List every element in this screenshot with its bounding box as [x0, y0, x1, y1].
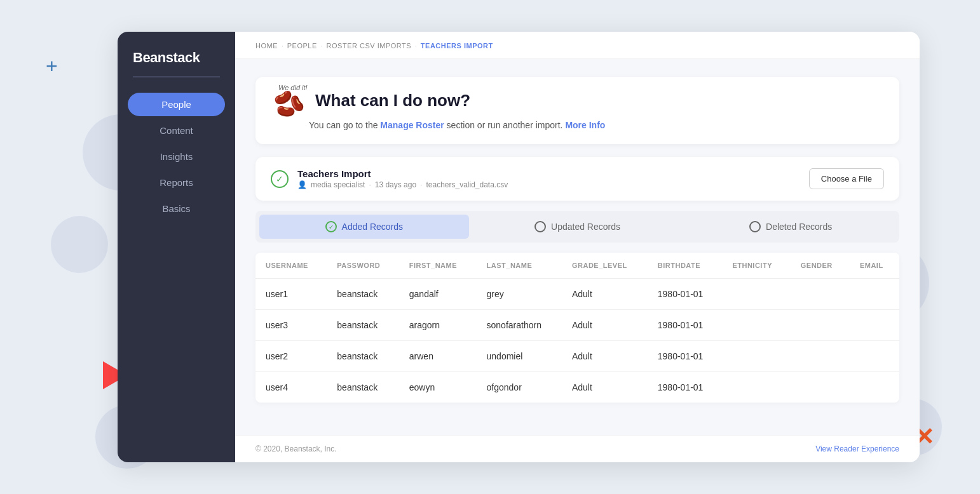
table-row: user4beanstackeowynofgondorAdult1980-01-…: [255, 372, 899, 403]
sidebar-item-content[interactable]: Content: [128, 119, 225, 142]
cell-username: user1: [255, 279, 327, 310]
tab-added-records[interactable]: ✓ Added Records: [259, 215, 469, 239]
added-records-label: Added Records: [342, 222, 404, 232]
cell-last_name: undomiel: [477, 341, 562, 372]
import-card: ✓ Teachers Import 👤 media specialist · 1…: [255, 157, 899, 201]
col-email: EMAIL: [850, 253, 899, 279]
tab-deleted-records[interactable]: Deleted Records: [686, 215, 895, 239]
col-grade-level: GRADE_LEVEL: [562, 253, 648, 279]
sidebar-item-insights[interactable]: Insights: [128, 145, 225, 168]
cell-first_name: gandalf: [399, 279, 477, 310]
cell-grade_level: Adult: [562, 279, 648, 310]
breadcrumb-roster-csv[interactable]: ROSTER CSV IMPORTS: [327, 42, 411, 50]
main-layout: Beanstack People Content Insights Report…: [118, 32, 920, 462]
manage-roster-link[interactable]: Manage Roster: [380, 120, 444, 130]
main-content: HOME · PEOPLE · ROSTER CSV IMPORTS · TEA…: [235, 32, 920, 462]
cell-username: user3: [255, 310, 327, 341]
meta-sep-1: ·: [369, 180, 371, 189]
cell-email: [850, 341, 899, 372]
col-first-name: FIRST_NAME: [399, 253, 477, 279]
cell-gender: [791, 279, 850, 310]
breadcrumb: HOME · PEOPLE · ROSTER CSV IMPORTS · TEA…: [235, 32, 920, 59]
we-did-it-label: We did it!: [278, 84, 308, 91]
more-info-link[interactable]: More Info: [565, 120, 605, 130]
cell-grade_level: Adult: [562, 372, 648, 403]
cell-ethnicity: [722, 341, 790, 372]
deleted-records-label: Deleted Records: [766, 222, 832, 232]
import-details: Teachers Import 👤 media specialist · 13 …: [297, 168, 508, 189]
success-banner: We did it! 🫘 What can I do now? You can …: [255, 77, 899, 144]
success-title: What can I do now?: [315, 91, 470, 110]
success-desc-text: You can go to the: [309, 120, 378, 130]
cell-birthdate: 1980-01-01: [648, 310, 723, 341]
import-meta: 👤 media specialist · 13 days ago · teach…: [297, 180, 508, 189]
cell-username: user4: [255, 372, 327, 403]
cell-ethnicity: [722, 372, 790, 403]
updated-records-icon: [534, 221, 546, 232]
cell-first_name: aragorn: [399, 310, 477, 341]
cell-birthdate: 1980-01-01: [648, 341, 723, 372]
col-last-name: LAST_NAME: [477, 253, 562, 279]
col-ethnicity: ETHNICITY: [722, 253, 790, 279]
updated-records-label: Updated Records: [551, 222, 620, 232]
bg-decoration-2: [51, 216, 108, 273]
breadcrumb-teachers-import: TEACHERS IMPORT: [421, 42, 493, 50]
choose-file-button[interactable]: Choose a File: [809, 168, 884, 189]
plus-icon: +: [46, 56, 58, 76]
user-icon: 👤: [297, 180, 307, 189]
view-reader-experience-link[interactable]: View Reader Experience: [815, 444, 899, 453]
col-gender: GENDER: [791, 253, 850, 279]
tabs-row: ✓ Added Records Updated Records Deleted …: [255, 211, 899, 243]
bean-icon: We did it! 🫘: [273, 91, 305, 116]
success-header: We did it! 🫘 What can I do now?: [273, 91, 881, 116]
table-row: user1beanstackgandalfgreyAdult1980-01-01: [255, 279, 899, 310]
success-description: You can go to the Manage Roster section …: [309, 120, 881, 130]
sidebar-divider: [133, 76, 220, 77]
content-area: We did it! 🫘 What can I do now? You can …: [235, 59, 920, 435]
success-middle-text: section or run another import.: [447, 120, 566, 130]
cell-password: beanstack: [327, 341, 398, 372]
sidebar-item-people[interactable]: People: [128, 93, 225, 116]
cell-password: beanstack: [327, 372, 398, 403]
breadcrumb-home[interactable]: HOME: [255, 42, 278, 50]
sidebar-item-basics[interactable]: Basics: [128, 197, 225, 220]
cell-ethnicity: [722, 279, 790, 310]
cell-email: [850, 279, 899, 310]
footer: © 2020, Beanstack, Inc. View Reader Expe…: [235, 435, 920, 462]
tab-updated-records[interactable]: Updated Records: [473, 215, 683, 239]
cell-username: user2: [255, 341, 327, 372]
records-table: USERNAME PASSWORD FIRST_NAME LAST_NAME G…: [255, 253, 899, 403]
added-records-icon: ✓: [325, 221, 337, 232]
cell-password: beanstack: [327, 279, 398, 310]
cell-gender: [791, 341, 850, 372]
sidebar-logo: Beanstack: [118, 50, 235, 71]
import-author: media specialist: [311, 180, 365, 189]
sidebar: Beanstack People Content Insights Report…: [118, 32, 235, 462]
breadcrumb-people[interactable]: PEOPLE: [287, 42, 317, 50]
import-title: Teachers Import: [297, 168, 508, 179]
sidebar-nav: People Content Insights Reports Basics: [118, 93, 235, 220]
cell-last_name: grey: [477, 279, 562, 310]
breadcrumb-sep-2: ·: [321, 43, 323, 50]
cell-first_name: arwen: [399, 341, 477, 372]
cell-last_name: ofgondor: [477, 372, 562, 403]
footer-copyright: © 2020, Beanstack, Inc.: [255, 444, 337, 453]
cell-birthdate: 1980-01-01: [648, 372, 723, 403]
table-row: user2beanstackarwenundomielAdult1980-01-…: [255, 341, 899, 372]
breadcrumb-sep-1: ·: [282, 43, 283, 50]
check-circle-icon: ✓: [271, 170, 289, 188]
table-header-row: USERNAME PASSWORD FIRST_NAME LAST_NAME G…: [255, 253, 899, 279]
cell-ethnicity: [722, 310, 790, 341]
table-container: USERNAME PASSWORD FIRST_NAME LAST_NAME G…: [255, 253, 899, 403]
col-birthdate: BIRTHDATE: [648, 253, 723, 279]
deleted-records-icon: [749, 221, 761, 232]
cell-gender: [791, 310, 850, 341]
cell-email: [850, 372, 899, 403]
sidebar-item-reports[interactable]: Reports: [128, 171, 225, 194]
cell-first_name: eowyn: [399, 372, 477, 403]
col-username: USERNAME: [255, 253, 327, 279]
cell-gender: [791, 372, 850, 403]
cell-grade_level: Adult: [562, 341, 648, 372]
cell-password: beanstack: [327, 310, 398, 341]
table-row: user3beanstackaragornsonofarathornAdult1…: [255, 310, 899, 341]
